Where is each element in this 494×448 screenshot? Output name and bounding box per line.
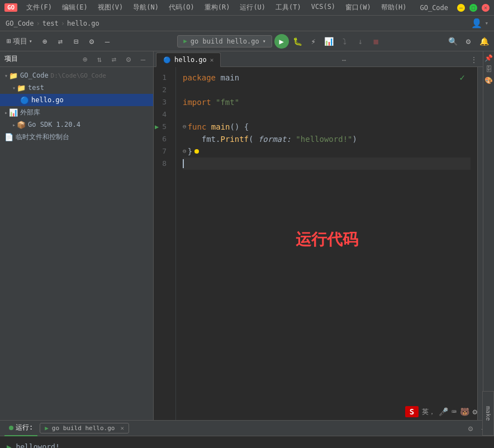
expand-arrow-gosdk: ▸ [12,122,16,128]
keyword-package: package [183,72,216,84]
code-line-1: package main ✓ [183,72,471,84]
fold-icon-7[interactable]: ⊖ [183,145,187,158]
make-label: make [482,391,494,436]
tree-label-root: GO_Code [20,72,49,79]
menu-code[interactable]: 代码(O) [164,2,199,13]
run-dot-icon [9,426,13,430]
sidebar-add-button[interactable]: ⊕ [79,54,91,65]
terminal-output[interactable]: ▶ helloword! 🔧 进程 已完成，退出代码为 0 S 英， 🎤 ⌨ 🐻… [0,436,494,448]
step-into-button[interactable]: ↓ [354,35,367,48]
sidebar-toggle-button[interactable]: ⊞ 项目 ▾ [3,35,36,48]
breadcrumb-item-file[interactable]: hello.go [67,20,99,27]
menu-nav[interactable]: 导航(N) [129,2,163,13]
func-printf: Printf [220,133,249,145]
new-file-button[interactable]: ⊕ [38,35,51,48]
minimize-button[interactable]: — [457,4,465,12]
right-panel-db-icon[interactable]: 🗄 [484,65,493,74]
bottom-settings-button[interactable]: ⚙ [465,423,476,434]
run-config-label: go build hello.go [191,37,259,45]
tree-item-root[interactable]: ▾ 📁 GO_Code D:\Code\GO_Code [0,69,153,82]
menu-view[interactable]: 视图(V) [93,2,128,13]
close-panel-button[interactable]: — [101,35,114,48]
terminal-play-icon: ▶ [7,441,11,448]
scroll-gutter [477,67,483,420]
sidebar-move-button[interactable]: ⇅ [94,54,105,65]
line-num-1: 1 [154,72,171,84]
profile-menu-icon[interactable]: ▾ [484,20,488,27]
right-panel-pin-icon[interactable]: 📌 [484,54,493,63]
menu-tools[interactable]: 工具(T) [271,2,306,13]
run-config-selector[interactable]: ▶ go build hello.go ▾ [177,35,272,47]
editor-settings-button[interactable]: ⋮ [467,53,481,66]
menu-bar: 文件(F) 编辑(E) 视图(V) 导航(N) 代码(O) 重构(R) 运行(U… [22,2,411,13]
tree-item-gosdk[interactable]: ▸ 📦 Go SDK 1.20.4 [0,118,153,131]
stop-button[interactable]: ■ [369,35,383,48]
breadcrumb-item-project[interactable]: GO_Code [6,20,34,27]
tree-item-hello[interactable]: 🔵 hello.go [0,94,153,106]
step-over-button[interactable]: ⤵ [338,35,352,48]
menu-file[interactable]: 文件(F) [22,2,56,13]
temp-icon: 📄 [4,133,13,141]
title-bar: GO 文件(F) 编辑(E) 视图(V) 导航(N) 代码(O) 重构(R) 运… [0,0,494,16]
run-button[interactable]: ▶ [274,34,289,49]
line-num-4: 4 [154,108,171,121]
sidebar-settings-button[interactable]: ⚙ [123,54,134,65]
line-num-7: 7 [154,145,171,158]
bottom-panel: 运行: ▶ go build hello.go ✕ ⚙ — ▶ hellowor… [0,420,494,448]
code-content[interactable]: package main ✓ import "fmt" ⊖ func main(… [176,67,477,420]
expand-arrow-test: ▾ [12,85,16,91]
code-line-4 [183,108,471,121]
bottom-run-config[interactable]: ▶ go build hello.go ✕ [40,423,129,433]
library-icon: 📊 [9,108,18,117]
collapse-button[interactable]: ⊟ [69,35,83,48]
debug-button[interactable]: 🐛 [291,35,305,48]
menu-run[interactable]: 运行(U) [235,2,270,13]
bottom-run-icon: ▶ [45,425,49,432]
tab-more-button[interactable]: ⋯ [340,54,348,66]
bottom-run-config-label: go build hello.go [52,425,115,432]
tree-item-external[interactable]: ▸ 📊 外部库 [0,106,153,118]
project-folder-icon: 📁 [9,72,18,80]
right-panel-palette-icon[interactable]: 🎨 [484,76,493,85]
search-button[interactable]: 🔍 [446,35,459,48]
profile-icon[interactable]: 👤 [471,18,482,28]
bottom-tab-run-label[interactable]: 运行: [4,421,37,436]
keyword-func: func [188,121,207,133]
breadcrumb-item-folder[interactable]: test [42,20,59,27]
tab-close-button[interactable]: ✕ [210,56,214,64]
code-line-5: ⊖ func main() { [183,121,471,133]
tree-label-external: 外部库 [20,108,40,117]
line-num-6: 6 [154,133,171,145]
notifications-button[interactable]: 🔔 [477,35,491,48]
sidebar-sort-button[interactable]: ⇄ [108,54,120,65]
code-line-2 [183,84,471,96]
menu-refactor[interactable]: 重构(R) [200,2,235,13]
menu-vcs[interactable]: VCS(S) [307,2,340,13]
maximize-button[interactable]: □ [469,4,477,12]
sidebar-close-button[interactable]: — [137,54,149,65]
expand-arrow-root: ▾ [4,73,8,79]
fold-icon-5[interactable]: ⊖ [183,121,187,133]
tree-item-test[interactable]: ▾ 📁 test [0,82,153,94]
go-file-icon: 🔵 [20,96,29,104]
bottom-run-config-close[interactable]: ✕ [120,425,124,432]
settings-button[interactable]: ⚙ [85,35,98,48]
code-line-6: fmt.Printf( format: "helloword!") [183,133,471,145]
settings-gear-button[interactable]: ⚙ [462,35,475,48]
breadcrumb: GO_Code › test › hello.go 👤 ▾ [0,16,494,31]
close-button[interactable]: ✕ [482,4,490,12]
tree-item-temp[interactable]: 📄 临时文件和控制台 [0,131,153,143]
right-sidebar: 📌 🗄 🎨 [483,51,494,420]
sidebar-toggle-icon: ⊞ [7,37,11,45]
menu-help[interactable]: 帮助(H) [377,2,411,13]
profiler-button[interactable]: 📊 [322,35,336,48]
code-editor[interactable]: 1 2 3 4 ▶ 5 6 7 8 package main ✓ [154,67,483,420]
checkmark-icon: ✓ [459,72,465,84]
menu-edit[interactable]: 编辑(E) [58,2,92,13]
run-config-dropdown: ▾ [263,38,266,44]
menu-window[interactable]: 窗口(W) [341,2,376,13]
editor-tab-hello[interactable]: 🔵 hello.go ✕ [156,53,221,67]
coverage-button[interactable]: ⚡ [307,35,320,48]
tree-label-gosdk: Go SDK 1.20.4 [28,121,80,128]
sync-button[interactable]: ⇄ [54,35,67,48]
